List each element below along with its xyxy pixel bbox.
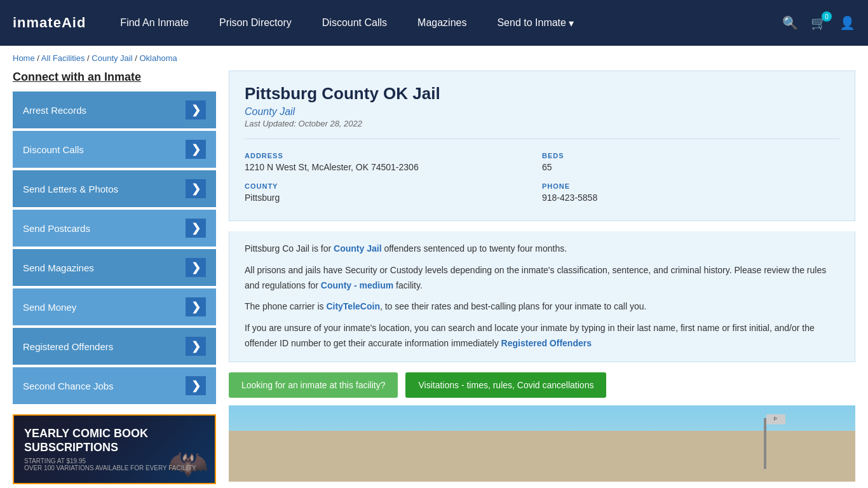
facility-updated: Last Updated: October 28, 2022: [245, 119, 839, 128]
chevron-right-icon: ❯: [186, 376, 206, 395]
sidebar-item-arrest-records[interactable]: Arrest Records ❯: [13, 92, 216, 128]
phone-label: PHONE: [542, 182, 827, 190]
county-block: COUNTY Pittsburg: [245, 177, 542, 208]
building-graphic: [229, 431, 855, 482]
registered-offenders-link[interactable]: Registered Offenders: [501, 338, 592, 348]
action-buttons: Looking for an inmate at this facility? …: [229, 372, 855, 398]
sidebar-item-send-postcards[interactable]: Send Postcards ❯: [13, 210, 216, 247]
facility-name: Pittsburg County OK Jail: [245, 84, 839, 104]
desc-para4: If you are unsure of your inmate's locat…: [245, 321, 839, 351]
chevron-right-icon: ❯: [186, 337, 206, 356]
address-label: ADDRESS: [245, 152, 529, 159]
chevron-right-icon: ❯: [186, 219, 206, 238]
chevron-down-icon: ▾: [569, 17, 574, 29]
header-icons: 🔍 🛒 0 👤: [782, 15, 855, 30]
desc-para1: Pittsburg Co Jail is for County Jail off…: [245, 241, 839, 257]
find-inmate-button[interactable]: Looking for an inmate at this facility?: [229, 372, 398, 398]
phone-value: 918-423-5858: [542, 193, 827, 203]
nav-find-inmate[interactable]: Find An Inmate: [105, 17, 204, 29]
sidebar-item-registered-offenders[interactable]: Registered Offenders ❯: [13, 328, 216, 365]
header: inmateAid Find An Inmate Prison Director…: [0, 0, 868, 46]
main-container: Connect with an Inmate Arrest Records ❯ …: [0, 71, 868, 484]
beds-value: 65: [542, 162, 827, 172]
sidebar-label: Second Chance Jobs: [23, 381, 186, 391]
sidebar-label: Send Magazines: [23, 262, 186, 273]
sidebar: Connect with an Inmate Arrest Records ❯ …: [13, 71, 216, 484]
sidebar-title: Connect with an Inmate: [13, 71, 216, 84]
breadcrumb: Home / All Facilities / County Jail / Ok…: [0, 46, 868, 71]
breadcrumb-county-jail[interactable]: County Jail: [92, 53, 132, 63]
cart-badge: 0: [822, 11, 832, 22]
address-block: ADDRESS 1210 N West St, McAlester, OK 74…: [245, 147, 542, 177]
desc-para3: The phone carrier is CityTeleCoin, to se…: [245, 299, 839, 315]
user-icon[interactable]: 👤: [839, 15, 855, 30]
county-jail-link[interactable]: County Jail: [334, 243, 381, 254]
sidebar-label: Discount Calls: [23, 144, 186, 155]
facility-photo: 🏳: [229, 405, 855, 482]
breadcrumb-home[interactable]: Home: [13, 53, 35, 63]
content-area: Pittsburg County OK Jail County Jail Las…: [229, 71, 855, 484]
address-value: 1210 N West St, McAlester, OK 74501-2306: [245, 162, 529, 172]
chevron-right-icon: ❯: [186, 297, 206, 316]
chevron-right-icon: ❯: [186, 100, 206, 119]
logo-text: inmateAid: [13, 15, 86, 31]
ad-banner[interactable]: YEARLY COMIC BOOK SUBSCRIPTIONS STARTING…: [13, 414, 216, 484]
chevron-right-icon: ❯: [186, 258, 206, 277]
sidebar-item-send-money[interactable]: Send Money ❯: [13, 288, 216, 325]
sidebar-menu: Arrest Records ❯ Discount Calls ❯ Send L…: [13, 92, 216, 404]
breadcrumb-all-facilities[interactable]: All Facilities: [41, 53, 85, 63]
sidebar-item-send-letters[interactable]: Send Letters & Photos ❯: [13, 170, 216, 207]
county-value: Pittsburg: [245, 193, 529, 203]
sidebar-label: Send Money: [23, 302, 186, 313]
nav-discount-calls[interactable]: Discount Calls: [307, 17, 402, 29]
sidebar-item-send-magazines[interactable]: Send Magazines ❯: [13, 249, 216, 286]
ad-subtitle: STARTING AT $19.95 OVER 100 VARIATIONS A…: [24, 458, 196, 471]
search-icon[interactable]: 🔍: [782, 15, 798, 30]
county-medium-link[interactable]: County - medium: [321, 280, 393, 290]
phone-block: PHONE 918-423-5858: [542, 177, 839, 208]
sidebar-label: Send Letters & Photos: [23, 184, 186, 194]
facility-details: ADDRESS 1210 N West St, McAlester, OK 74…: [245, 139, 839, 208]
citytelecoin-link[interactable]: CityTeleCoin: [326, 301, 380, 311]
nav-prison-directory[interactable]: Prison Directory: [204, 17, 307, 29]
facility-description: Pittsburg Co Jail is for County Jail off…: [229, 231, 855, 362]
sidebar-label: Registered Offenders: [23, 341, 186, 352]
flag-graphic: 🏳: [766, 414, 785, 424]
nav-magazines[interactable]: Magazines: [402, 17, 482, 29]
beds-block: BEDS 65: [542, 147, 839, 177]
desc-para2: All prisons and jails have Security or C…: [245, 263, 839, 294]
ad-title-line1: YEARLY COMIC BOOK SUBSCRIPTIONS: [24, 427, 148, 454]
sidebar-item-discount-calls[interactable]: Discount Calls ❯: [13, 131, 216, 168]
sidebar-label: Send Postcards: [23, 223, 186, 234]
beds-label: BEDS: [542, 152, 827, 159]
cart-icon[interactable]: 🛒 0: [811, 15, 827, 30]
county-label: COUNTY: [245, 182, 529, 190]
facility-card: Pittsburg County OK Jail County Jail Las…: [229, 71, 855, 221]
chevron-right-icon: ❯: [186, 179, 206, 198]
visitations-button[interactable]: Visitations - times, rules, Covid cancel…: [405, 372, 606, 398]
breadcrumb-state[interactable]: Oklahoma: [139, 53, 177, 63]
flagpole-graphic: [764, 418, 766, 469]
logo[interactable]: inmateAid: [13, 15, 86, 31]
chevron-right-icon: ❯: [186, 140, 206, 159]
facility-type: County Jail: [245, 106, 839, 118]
nav-send-to-inmate[interactable]: Send to Inmate ▾: [482, 17, 589, 29]
sidebar-item-second-chance-jobs[interactable]: Second Chance Jobs ❯: [13, 367, 216, 404]
main-nav: Find An Inmate Prison Directory Discount…: [105, 17, 782, 29]
sidebar-label: Arrest Records: [23, 105, 186, 116]
